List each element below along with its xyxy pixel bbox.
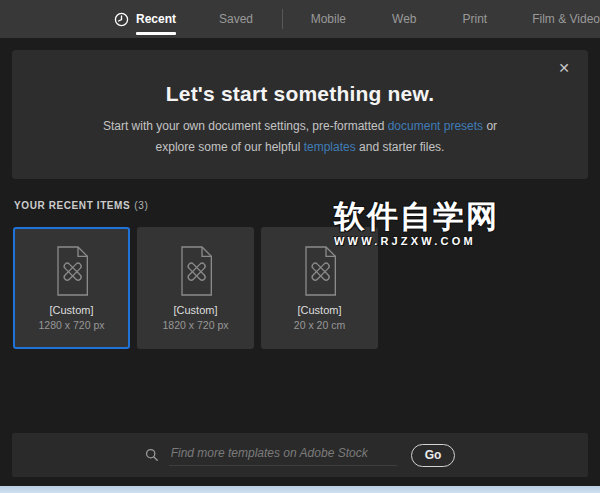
- tab-film-video-label: Film & Video: [532, 12, 600, 26]
- recent-items-count: (3): [134, 200, 148, 211]
- recent-item-dimensions: 1820 x 720 px: [163, 319, 229, 331]
- tab-saved-label: Saved: [219, 12, 253, 26]
- tab-mobile[interactable]: Mobile: [311, 12, 346, 26]
- document-icon: [176, 245, 216, 297]
- welcome-banner: ✕ Let's start something new. Start with …: [12, 50, 588, 179]
- tab-web[interactable]: Web: [392, 12, 416, 26]
- tab-bar: Recent Saved Mobile Web Print Film & Vid…: [0, 0, 600, 38]
- banner-title: Let's start something new.: [12, 82, 588, 106]
- recent-item-card-3[interactable]: [Custom] 20 x 20 cm: [261, 227, 378, 349]
- adobe-stock-search-bar: Go: [12, 433, 588, 477]
- document-presets-link[interactable]: document presets: [388, 119, 483, 133]
- go-button[interactable]: Go: [411, 444, 456, 467]
- banner-subtitle: Start with your own document settings, p…: [95, 116, 505, 158]
- tab-saved[interactable]: Saved: [219, 12, 253, 26]
- search-input[interactable]: [169, 444, 397, 466]
- tab-recent-label: Recent: [136, 12, 176, 26]
- recent-items-label: YOUR RECENT ITEMS: [14, 200, 130, 211]
- recent-item-dimensions: 20 x 20 cm: [294, 319, 345, 331]
- recent-items-heading: YOUR RECENT ITEMS(3): [14, 200, 148, 211]
- templates-link[interactable]: templates: [304, 140, 356, 154]
- tab-bar-divider: [282, 9, 283, 29]
- recent-item-card-2[interactable]: [Custom] 1820 x 720 px: [137, 227, 254, 349]
- tab-recent[interactable]: Recent: [114, 12, 176, 27]
- recent-item-name: [Custom]: [49, 304, 93, 316]
- document-icon: [300, 245, 340, 297]
- new-document-dialog: Recent Saved Mobile Web Print Film & Vid…: [0, 0, 600, 493]
- tab-print[interactable]: Print: [463, 12, 488, 26]
- subtitle-text-1: Start with your own document settings, p…: [103, 119, 388, 133]
- subtitle-text-3: and starter files.: [356, 140, 445, 154]
- search-icon: [145, 448, 159, 462]
- tab-print-label: Print: [463, 12, 488, 26]
- tab-mobile-label: Mobile: [311, 12, 346, 26]
- tab-web-label: Web: [392, 12, 416, 26]
- recent-item-card-1[interactable]: [Custom] 1280 x 720 px: [13, 227, 130, 349]
- recent-items-grid: [Custom] 1280 x 720 px [Custom] 1820 x 7…: [13, 227, 378, 349]
- clock-icon: [114, 12, 129, 27]
- tab-film-video[interactable]: Film & Video: [532, 12, 600, 26]
- page-bottom-strip: [0, 486, 600, 493]
- recent-item-name: [Custom]: [173, 304, 217, 316]
- document-icon: [52, 245, 92, 297]
- close-icon[interactable]: ✕: [558, 61, 570, 75]
- recent-item-dimensions: 1280 x 720 px: [39, 319, 105, 331]
- recent-item-name: [Custom]: [297, 304, 341, 316]
